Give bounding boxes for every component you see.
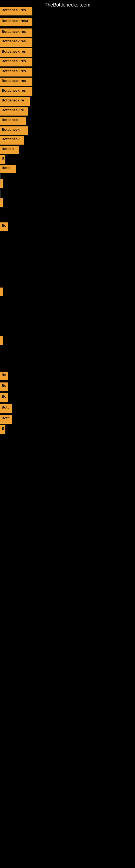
bottleneck-item[interactable]: Bottleneck res: [0, 58, 32, 66]
bottleneck-item[interactable]: Bottleneck res: [0, 7, 32, 16]
bottleneck-item[interactable]: B: [0, 155, 5, 164]
bottleneck-item[interactable]: Bottleneck resu: [0, 18, 32, 26]
bottleneck-item[interactable]: Bottleneck res: [0, 68, 32, 76]
bottleneck-item[interactable]: Bottlen: [0, 146, 19, 154]
bottleneck-item[interactable]: Bottleneck re: [0, 97, 30, 106]
bottleneck-item[interactable]: Bott: [0, 404, 12, 413]
bottleneck-item[interactable]: Bottleneck re: [0, 107, 28, 116]
bottleneck-item[interactable]: Bo: [0, 222, 8, 231]
vertical-line: [1, 190, 1, 201]
bottleneck-item[interactable]: Bo: [0, 372, 8, 380]
bottleneck-item[interactable]: Bott: [0, 415, 12, 424]
bottleneck-item[interactable]: Bottleneck res: [0, 78, 32, 86]
bottleneck-item[interactable]: Bo: [0, 393, 8, 402]
bottleneck-item[interactable]: Bottleneck res: [0, 87, 32, 96]
bottleneck-item[interactable]: Bottl: [0, 165, 16, 173]
bottleneck-item[interactable]: [0, 287, 3, 296]
bottleneck-item[interactable]: Bottleneck: [0, 136, 24, 145]
bottleneck-item[interactable]: B: [0, 425, 5, 434]
bottleneck-item[interactable]: [0, 336, 3, 345]
bottleneck-item[interactable]: Bo: [0, 382, 8, 391]
bottleneck-item[interactable]: Bottleneck: [0, 117, 26, 125]
bottleneck-item[interactable]: Bottleneck r: [0, 126, 28, 135]
bottleneck-item[interactable]: Bottleneck res: [0, 48, 32, 57]
bottleneck-item[interactable]: Bottleneck res: [0, 38, 32, 46]
bottleneck-item[interactable]: Bottleneck res: [0, 29, 32, 37]
vertical-line: [1, 174, 1, 185]
